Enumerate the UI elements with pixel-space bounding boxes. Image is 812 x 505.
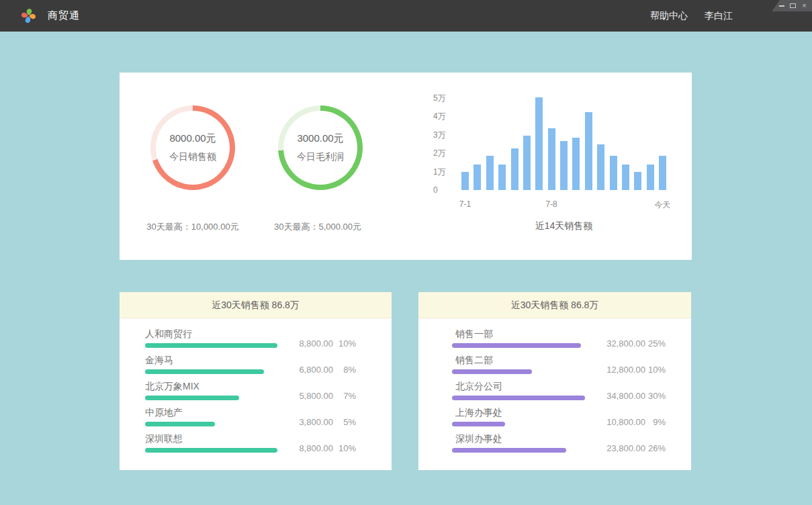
list-item-name: 深圳联想 <box>145 434 356 444</box>
list-item-values: 5,800.007% <box>299 391 356 401</box>
list-item: 上海办事处10,800.009% <box>452 408 666 434</box>
bar <box>523 136 531 190</box>
bar <box>634 172 641 190</box>
close-icon: × <box>802 0 806 11</box>
x-tick-label: 今天 <box>655 199 671 211</box>
bar <box>548 128 555 190</box>
amount-value: 12,800.00 <box>606 365 645 375</box>
progress-track <box>145 422 277 426</box>
progress-track <box>452 422 585 426</box>
dashboard: 8000.00元 今日销售额 3000.00元 今日毛利润 30天最高：10,0… <box>0 32 812 505</box>
percent-value: 26% <box>645 443 666 453</box>
percent-value: 30% <box>645 391 666 401</box>
list-item: 深圳办事处23,800.0026% <box>452 434 666 460</box>
progress-track <box>452 396 585 400</box>
chart-title: 近14天销售额 <box>461 220 666 232</box>
y-tick-label: 3万 <box>433 130 446 140</box>
bar <box>535 97 543 190</box>
progress-track <box>452 343 585 348</box>
list-item: 北京分公司34,800.0030% <box>452 381 666 408</box>
sales-14d-bar-chart: 01万2万3万4万5万 7-17-8今天 近14天销售额 <box>120 73 692 260</box>
progress-track <box>145 396 277 400</box>
list-item: 销售一部32,800.0025% <box>452 329 666 355</box>
bar <box>597 144 604 190</box>
nav-help-center[interactable]: 帮助中心 <box>650 10 688 22</box>
list-item-name: 北京万象MIX <box>145 381 356 392</box>
y-tick-label: 2万 <box>433 148 446 158</box>
progress-bar <box>145 422 215 426</box>
progress-bar <box>145 396 239 400</box>
percent-value: 7% <box>333 391 356 401</box>
percent-value: 25% <box>645 338 666 349</box>
department-sales-card: 近30天销售额 86.8万 销售一部32,800.0025%销售二部12,800… <box>418 292 691 470</box>
list-item-values: 32,800.0025% <box>606 338 666 349</box>
amount-value: 8,800.00 <box>299 443 333 453</box>
progress-bar <box>452 396 585 400</box>
amount-value: 8,800.00 <box>299 338 333 349</box>
percent-value: 10% <box>333 443 356 453</box>
percent-value: 5% <box>333 417 356 427</box>
bar <box>560 141 568 190</box>
list-item-name: 人和商贸行 <box>145 329 356 339</box>
percent-value: 9% <box>645 417 666 427</box>
bar <box>659 156 666 190</box>
percent-value: 8% <box>333 365 356 375</box>
bar <box>572 138 580 190</box>
progress-bar <box>145 369 264 374</box>
list-item-values: 10,800.009% <box>606 417 666 427</box>
progress-track <box>145 448 277 453</box>
amount-value: 34,800.00 <box>606 391 645 401</box>
bar <box>473 165 481 190</box>
customer-rows: 人和商贸行8,800.0010%金海马6,800.008%北京万象MIX5,80… <box>120 318 392 460</box>
list-item-values: 3,800.005% <box>299 417 356 427</box>
overview-card: 8000.00元 今日销售额 3000.00元 今日毛利润 30天最高：10,0… <box>120 73 692 260</box>
x-tick-label: 7-8 <box>545 199 557 209</box>
progress-bar <box>145 343 277 348</box>
app-window: 商贸通 帮助中心 李白江 × 8000.00元 今日销售额 3000.00元 今… <box>0 0 812 505</box>
list-item-values: 8,800.0010% <box>299 443 356 453</box>
x-tick-label: 7-1 <box>459 199 471 209</box>
brand: 商贸通 <box>20 0 80 32</box>
amount-value: 10,800.00 <box>606 417 645 427</box>
progress-bar <box>452 448 566 453</box>
list-item-name: 中原地产 <box>145 408 356 418</box>
nav-user[interactable]: 李白江 <box>705 10 733 22</box>
list-item-values: 8,800.0010% <box>299 338 356 349</box>
list-item: 金海马6,800.008% <box>145 355 356 381</box>
app-title: 商贸通 <box>48 9 80 22</box>
maximize-button[interactable] <box>788 0 797 11</box>
percent-value: 10% <box>333 338 356 349</box>
app-logo-icon <box>20 7 37 24</box>
top-nav: 帮助中心 李白江 <box>650 0 733 32</box>
y-tick-label: 5万 <box>433 93 446 103</box>
list-item: 中原地产3,800.005% <box>145 408 356 434</box>
progress-bar <box>452 422 505 426</box>
titlebar: 商贸通 帮助中心 李白江 × <box>0 0 812 32</box>
y-tick-label: 4万 <box>433 111 446 121</box>
amount-value: 6,800.00 <box>299 365 333 375</box>
list-item-name: 销售一部 <box>455 329 666 339</box>
bar <box>585 112 592 190</box>
amount-value: 23,800.00 <box>606 443 645 453</box>
amount-value: 3,800.00 <box>299 417 333 427</box>
list-item-name: 金海马 <box>145 355 356 365</box>
list-item-name: 北京分公司 <box>455 381 666 392</box>
department-rows: 销售一部32,800.0025%销售二部12,800.0010%北京分公司34,… <box>418 318 691 460</box>
department-card-title: 近30天销售额 86.8万 <box>418 292 691 318</box>
list-item-values: 34,800.0030% <box>606 391 666 401</box>
close-button[interactable]: × <box>800 0 809 11</box>
list-item-name: 深圳办事处 <box>455 434 666 444</box>
amount-value: 32,800.00 <box>606 338 645 349</box>
progress-bar <box>452 343 581 348</box>
percent-value: 10% <box>645 365 666 375</box>
list-item-values: 6,800.008% <box>299 365 356 375</box>
customer-sales-card: 近30天销售额 86.8万 人和商贸行8,800.0010%金海马6,800.0… <box>120 292 392 470</box>
list-item: 销售二部12,800.0010% <box>452 355 666 381</box>
list-item-values: 23,800.0026% <box>606 443 666 453</box>
progress-track <box>145 369 277 374</box>
minimize-button[interactable] <box>777 0 786 11</box>
progress-bar <box>145 448 277 453</box>
bar <box>610 156 617 190</box>
bar <box>486 156 494 190</box>
customer-card-title: 近30天销售额 86.8万 <box>120 292 392 318</box>
